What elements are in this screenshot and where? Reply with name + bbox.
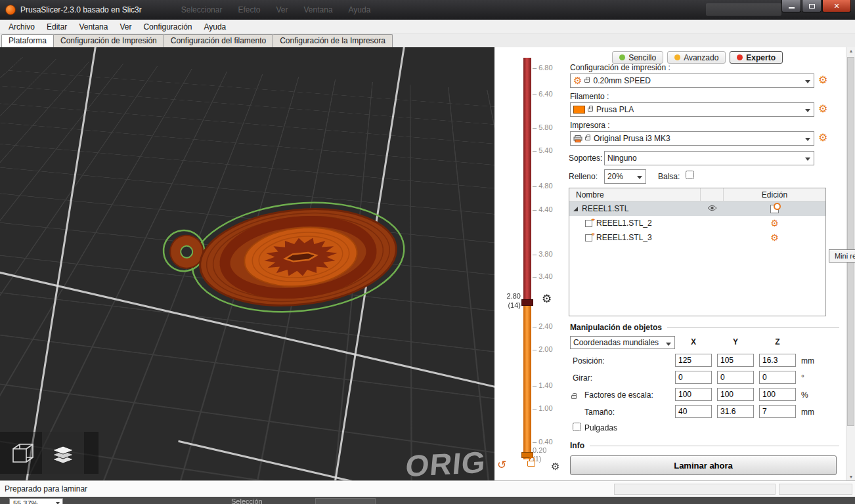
tab-configuraci-n-de-la-impresora[interactable]: Configuración de la Impresora [273, 34, 393, 47]
tab-configuraci-n-del-filamento[interactable]: Configuración del filamento [164, 34, 273, 47]
menu-item-ventana[interactable]: Ventana [73, 20, 114, 33]
3d-viewport[interactable]: ORIG [0, 47, 494, 480]
expand-arrow-icon[interactable] [573, 207, 578, 211]
object-name: REEEL1.STL_2 [596, 219, 652, 228]
printer-label: Impresora : [570, 121, 610, 130]
object-list-header: Nombre Edición [569, 188, 825, 201]
rotate-y-input[interactable] [717, 371, 754, 384]
close-icon: ✕ [833, 2, 839, 10]
dropdown-arrow-icon [805, 158, 810, 161]
eye-icon[interactable] [707, 204, 717, 213]
layer-tick-label: – 1.40 [533, 381, 553, 389]
mode-button-experto[interactable]: Experto [730, 51, 783, 64]
mode-button-sencillo[interactable]: Sencillo [612, 51, 663, 64]
scale-y-input[interactable] [717, 388, 754, 401]
status-bar: Preparado para laminar [0, 480, 855, 497]
position-y-input[interactable] [717, 354, 754, 367]
rotate-z-input[interactable] [759, 371, 796, 384]
info-section-title: Info [570, 441, 839, 450]
position-x-input[interactable] [675, 354, 712, 367]
axis-headers: XYZ [566, 337, 855, 349]
tab-configuraci-n-de-impresi-n[interactable]: Configuración de Impresión [53, 34, 164, 47]
supports-select[interactable]: Ninguno [604, 151, 814, 165]
object-name: REEEL1.STL [582, 204, 628, 213]
layer-tick-label: – 6.40 [533, 90, 553, 98]
menu-bar: ArchivoEditarVentanaVerConfiguraciónAyud… [0, 20, 855, 34]
slice-now-button[interactable]: Laminar ahora [570, 455, 837, 475]
print-settings-gear-icon[interactable]: ⚙ [818, 75, 827, 85]
menu-item-ayuda[interactable]: Ayuda [198, 20, 232, 33]
minimize-button[interactable] [781, 0, 801, 12]
background-app-strip: 55,37% Selección [0, 497, 855, 504]
mode-dot-icon [674, 54, 680, 60]
menu-item-configuraci-n[interactable]: Configuración [137, 20, 198, 33]
unit-label: mm [801, 408, 814, 417]
part-settings-gear-icon[interactable]: ⚙ [770, 219, 779, 228]
maximize-button[interactable] [802, 0, 822, 12]
inches-label: Pulgadas [584, 423, 617, 432]
manip-rows: Posición: mm Girar: ° Factores de escala… [566, 353, 855, 421]
layer-slider-handle[interactable] [521, 299, 533, 306]
tab-bar: PlataformaConfiguración de ImpresiónConf… [0, 34, 855, 47]
slider-settings-gear-icon[interactable]: ⚙ [551, 461, 559, 472]
ghost-menu-item: Ver [276, 5, 288, 14]
size-y-input[interactable] [717, 405, 754, 418]
infill-label: Relleno: [569, 172, 598, 181]
preview-button[interactable] [42, 432, 84, 474]
printer-gear-icon[interactable]: ⚙ [818, 133, 827, 143]
filament-select[interactable]: Prusa PLA [570, 102, 814, 117]
part-settings-gear-icon[interactable]: ⚙ [770, 233, 779, 242]
infill-value: 20% [607, 172, 623, 181]
scroll-up-icon[interactable]: ▲ [846, 49, 855, 53]
printer-value: Original Prusa i3 MK3 [594, 134, 670, 143]
background-app-menu: SeleccionarEfectoVerVentanaAyuda [181, 5, 371, 14]
unlock-icon[interactable] [527, 461, 535, 467]
slider-upper-range[interactable] [523, 58, 531, 303]
column-header-name: Nombre [569, 188, 701, 201]
layer-slider[interactable] [523, 58, 531, 459]
manip-row-scale: Factores de escala: % [566, 387, 855, 404]
menu-item-archivo[interactable]: Archivo [3, 20, 41, 33]
filament-gear-icon[interactable]: ⚙ [818, 104, 827, 114]
rotate-x-input[interactable] [675, 371, 712, 384]
scrollbar-thumb[interactable] [847, 57, 854, 426]
printer-select[interactable]: Original Prusa i3 MK3 [570, 131, 814, 146]
close-button[interactable]: ✕ [822, 0, 851, 12]
inches-checkbox[interactable] [573, 423, 581, 431]
position-z-input[interactable] [759, 354, 796, 367]
panel-scrollbar[interactable]: ▲ ▼ [846, 47, 855, 480]
slider-ticks: – 6.80– 6.40– 5.80– 5.40– 4.80– 4.40– 3.… [533, 58, 565, 459]
layer-tick-label: – 4.40 [533, 205, 553, 213]
lock-icon [585, 136, 590, 140]
menu-item-editar[interactable]: Editar [41, 20, 73, 33]
size-z-input[interactable] [759, 405, 796, 418]
scale-z-input[interactable] [759, 388, 796, 401]
scroll-down-icon[interactable]: ▼ [846, 474, 855, 479]
ghost-menu-item: Efecto [238, 5, 260, 14]
manip-label-scale: Factores de escala: [584, 390, 653, 400]
3d-view-button[interactable] [0, 432, 42, 474]
raft-checkbox[interactable] [686, 171, 694, 179]
scale-x-input[interactable] [675, 388, 712, 401]
tab-plataforma[interactable]: Plataforma [1, 34, 54, 47]
layer-range-gear-icon[interactable]: ⚙ [542, 292, 552, 305]
zoom-level-combo[interactable]: 55,37% [9, 498, 63, 504]
undo-icon[interactable]: ↺ [497, 458, 506, 471]
uniform-scale-lock-icon[interactable] [571, 395, 577, 399]
object-row[interactable]: REEEL1.STL_3 ⚙ [569, 230, 825, 245]
size-x-input[interactable] [675, 405, 712, 418]
axis-header-x: X [675, 337, 712, 346]
prusaslicer-logo-icon [5, 5, 16, 15]
object-row[interactable]: REEEL1.STL_2 ⚙ [569, 216, 825, 230]
edit-object-icon[interactable] [770, 205, 779, 213]
object-list: Nombre Edición REEEL1.STL REEEL1.STL_2 ⚙… [569, 188, 826, 316]
dropdown-arrow-icon [805, 138, 810, 141]
menu-item-ver[interactable]: Ver [114, 20, 137, 33]
print-settings-select[interactable]: ⚙ 0.20mm SPEED [570, 74, 814, 88]
slider-lower-range[interactable] [523, 303, 531, 459]
sliced-model[interactable] [150, 200, 426, 318]
mode-button-avanzado[interactable]: Avanzado [667, 51, 726, 64]
infill-select[interactable]: 20% [604, 169, 646, 184]
background-button[interactable] [315, 498, 376, 504]
object-row[interactable]: REEEL1.STL [569, 201, 825, 216]
